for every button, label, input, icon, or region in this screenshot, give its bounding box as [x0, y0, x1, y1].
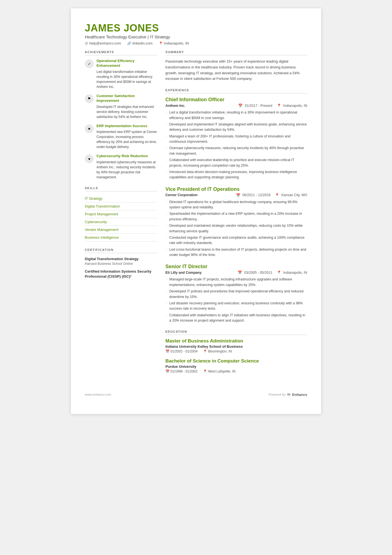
- exp-bullet: Developed IT policies and procedures tha…: [165, 289, 307, 300]
- exp-dates-loc: 📅01/2017 - Present 📍Indianapolis, IN: [238, 103, 307, 108]
- summary-section-title: SUMMARY: [165, 50, 307, 55]
- edu-location: 📍Bloomington, IN: [203, 349, 232, 353]
- cert-name: Certified Information Systems Security P…: [85, 269, 157, 279]
- cert-org: Harvard Business School Online: [85, 262, 157, 266]
- exp-bullet: Managed large-scale IT projects, includi…: [165, 277, 307, 288]
- location-contact: 📍 Indianapolis, IN: [159, 41, 189, 45]
- candidate-name: JAMES JONES: [85, 22, 307, 34]
- footer-brand: Powered by ∞ Enhancv: [269, 392, 307, 397]
- exp-bullet: Led disaster recovery planning and execu…: [165, 301, 307, 312]
- resume-page: JAMES JONES Healthcare Technology Execut…: [71, 8, 321, 414]
- exp-location: 📍Indianapolis, IN: [277, 103, 307, 108]
- achievement-desc: Developed IT strategies that enhanced se…: [96, 104, 157, 119]
- exp-bullet: Spearheaded the implementation of a new …: [165, 211, 307, 222]
- header: JAMES JONES Healthcare Technology Execut…: [85, 22, 307, 45]
- linkedin-icon: 🔗: [127, 41, 131, 45]
- achievement-desc: Implemented cybersecurity measures at An…: [96, 160, 157, 180]
- achievement-desc: Implemented new ERP system at Cerner Cor…: [96, 129, 157, 149]
- certification-section-title: CERTIFICATION: [85, 248, 157, 253]
- achievement-item: ★ ERP Implementation Success Implemented…: [85, 124, 157, 150]
- exp-dates-loc: 📅03/2005 - 05/2011 📍Indianapolis, IN: [238, 270, 307, 275]
- achievement-item: ⚑ Customer Satisfaction Improvement Deve…: [85, 94, 157, 119]
- exp-dates: 📅06/2011 - 12/2016: [236, 193, 271, 197]
- contact-bar: @ help@enhancv.com 🔗 linkedin.com 📍 Indi…: [85, 41, 307, 45]
- skill-item: Digital Transformation: [85, 203, 157, 210]
- exp-job-title: Chief Information Officer: [165, 97, 307, 103]
- footer-website: www.enhancv.com: [85, 393, 111, 396]
- exp-dates-loc: 📅06/2011 - 12/2016 📍Kansas City, MO: [236, 193, 307, 197]
- edu-dates: 📅01/1998 - 01/2002: [165, 369, 197, 373]
- achievement-desc: Led digital transformation initiative re…: [96, 69, 157, 89]
- exp-bullet: Collaborated with executive leadership t…: [165, 157, 307, 168]
- exp-company: Anthem Inc.: [165, 104, 185, 108]
- exp-bullets: Led a digital transformation initiative,…: [165, 110, 307, 180]
- achievement-icon: ♥: [85, 154, 94, 163]
- exp-bullet: Introduced data-driven decision-making p…: [165, 169, 307, 180]
- education-section-title: EDUCATION: [165, 330, 307, 335]
- summary-text: Passionate technology executive with 15+…: [165, 59, 307, 82]
- right-column: SUMMARY Passionate technology executive …: [165, 50, 307, 378]
- linkedin-value: linkedin.com: [132, 41, 152, 45]
- location-icon: 📍: [159, 41, 163, 45]
- edu-dates: 📅01/2002 - 01/2004: [165, 349, 197, 353]
- cert-name: Digital Transformation Strategy: [85, 256, 157, 262]
- exp-item: Senior IT Director Eli Lilly and Company…: [165, 264, 307, 323]
- body-layout: ACHIEVEMENTS ✓ Operational Efficiency En…: [85, 50, 307, 378]
- cert-item: Certified Information Systems Security P…: [85, 269, 157, 279]
- achievement-title: Customer Satisfaction Improvement: [96, 94, 157, 103]
- achievement-title: Operational Efficiency Enhancement: [96, 59, 157, 68]
- edu-meta: 📅01/2002 - 01/2004 📍Bloomington, IN: [165, 349, 307, 353]
- exp-meta: Anthem Inc. 📅01/2017 - Present 📍Indianap…: [165, 103, 307, 108]
- skill-item: Cybersecurity: [85, 218, 157, 226]
- candidate-title: Healthcare Technology Executive | IT Str…: [85, 34, 307, 39]
- skill-item: IT Strategy: [85, 195, 157, 203]
- edu-meta: 📅01/1998 - 01/2002 📍West Lafayette, IN: [165, 369, 307, 373]
- email-contact: @ help@enhancv.com: [85, 41, 121, 45]
- exp-dates: 📅01/2017 - Present: [238, 103, 272, 108]
- edu-item: Bachelor of Science in Computer Science …: [165, 358, 307, 373]
- achievement-title: ERP Implementation Success: [96, 124, 157, 129]
- achievement-item: ♥ Cybersecurity Risk Reduction Implement…: [85, 154, 157, 180]
- left-column: ACHIEVEMENTS ✓ Operational Efficiency En…: [85, 50, 157, 378]
- exp-item: Chief Information Officer Anthem Inc. 📅0…: [165, 97, 307, 180]
- exp-bullets: Directed IT operations for a global heal…: [165, 199, 307, 258]
- edu-school: Indiana University Kelley School of Busi…: [165, 344, 307, 349]
- exp-location: 📍Indianapolis, IN: [277, 270, 307, 275]
- skill-item: Business Intelligence: [85, 234, 157, 241]
- achievement-item: ✓ Operational Efficiency Enhancement Led…: [85, 59, 157, 89]
- education-list: Master of Business Administration Indian…: [165, 338, 307, 373]
- achievement-icon: ★: [85, 124, 94, 133]
- edu-degree: Bachelor of Science in Computer Science: [165, 358, 307, 364]
- exp-bullet: Led cross-functional teams in the execut…: [165, 247, 307, 258]
- skill-item: Project Management: [85, 210, 157, 218]
- exp-meta: Eli Lilly and Company 📅03/2005 - 05/2011…: [165, 270, 307, 275]
- exp-company: Eli Lilly and Company: [165, 271, 202, 275]
- exp-bullet: Led a digital transformation initiative,…: [165, 110, 307, 121]
- edu-degree: Master of Business Administration: [165, 338, 307, 344]
- achievement-title: Cybersecurity Risk Reduction: [96, 154, 157, 159]
- exp-item: Vice President of IT Operations Cerner C…: [165, 186, 307, 258]
- exp-bullet: Managed a team of 200+ IT professionals,…: [165, 134, 307, 145]
- footer: www.enhancv.com Powered by ∞ Enhancv: [85, 389, 307, 397]
- edu-school: Purdue University: [165, 364, 307, 369]
- skill-item: Vendor Management: [85, 226, 157, 234]
- exp-bullet: Developed and maintained strategic vendo…: [165, 223, 307, 234]
- exp-bullet: Oversaw cybersecurity measures, reducing…: [165, 145, 307, 156]
- powered-by-label: Powered by: [269, 393, 286, 396]
- exp-bullet: Developed and implemented IT strategies …: [165, 122, 307, 133]
- cert-item: Digital Transformation Strategy Harvard …: [85, 256, 157, 265]
- exp-job-title: Vice President of IT Operations: [165, 186, 307, 192]
- email-icon: @: [85, 41, 88, 45]
- achievement-icon: ✓: [85, 59, 94, 68]
- email-value: help@enhancv.com: [89, 41, 121, 45]
- edu-item: Master of Business Administration Indian…: [165, 338, 307, 353]
- exp-meta: Cerner Corporation 📅06/2011 - 12/2016 📍K…: [165, 193, 307, 197]
- skills-section-title: SKILLS: [85, 186, 157, 191]
- brand-name: Enhancv: [292, 393, 307, 397]
- linkedin-contact: 🔗 linkedin.com: [127, 41, 152, 45]
- experience-list: Chief Information Officer Anthem Inc. 📅0…: [165, 97, 307, 323]
- edu-location: 📍West Lafayette, IN: [203, 369, 235, 373]
- certification-list: Digital Transformation Strategy Harvard …: [85, 256, 157, 279]
- exp-company: Cerner Corporation: [165, 193, 197, 197]
- exp-bullet: Directed IT operations for a global heal…: [165, 199, 307, 210]
